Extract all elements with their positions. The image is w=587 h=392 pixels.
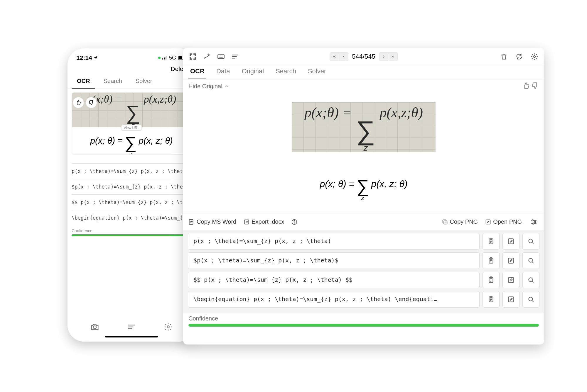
- search-button[interactable]: [522, 272, 539, 288]
- tab-solver[interactable]: Solver: [130, 75, 158, 89]
- list-item[interactable]: p(x ; \theta)=\sum_{z} p(x, z ; \theta): [72, 163, 191, 179]
- keyboard-button[interactable]: [216, 52, 226, 62]
- copy-button[interactable]: [483, 272, 500, 288]
- confidence: Confidence: [72, 228, 191, 236]
- clipboard-icon: [487, 276, 495, 284]
- svg-rect-23: [508, 277, 513, 282]
- trash-icon: [500, 53, 508, 60]
- phone-tabs: OCR Search Solver: [68, 75, 195, 89]
- tab-data[interactable]: Data: [215, 67, 232, 79]
- copy-button[interactable]: [483, 291, 500, 308]
- settings-button[interactable]: [164, 323, 173, 332]
- tab-ocr[interactable]: OCR: [188, 67, 206, 79]
- hide-original-toggle[interactable]: Hide Original: [188, 83, 230, 90]
- rendered-equation[interactable]: p(x; θ) = ∑z p(x, z; θ): [320, 167, 407, 201]
- edit-icon: [507, 276, 515, 284]
- svg-point-12: [533, 223, 534, 224]
- trash-button[interactable]: [499, 52, 509, 62]
- menu-lines-icon: [127, 323, 136, 331]
- original-image[interactable]: p(x;θ) = ∑z p(x,z;θ): [292, 102, 436, 152]
- chevron-right-icon: [382, 55, 386, 59]
- svg-point-11: [534, 221, 536, 222]
- svg-point-24: [529, 278, 532, 281]
- refresh-icon: [515, 53, 523, 60]
- search-icon: [527, 276, 535, 284]
- edit-button[interactable]: [502, 272, 519, 288]
- phone-frame: 12:14 5G Delete OCR Search Solver p(x;θ)…: [68, 48, 195, 342]
- refresh-button[interactable]: [514, 52, 524, 62]
- list-item[interactable]: $p(x ; \theta)=\sum_{z} p(x, z ; \theta)…: [72, 179, 191, 194]
- edit-button[interactable]: [502, 252, 519, 269]
- keyboard-icon: [217, 53, 225, 60]
- confidence: Confidence: [183, 313, 544, 328]
- tab-original[interactable]: Original: [240, 67, 266, 79]
- svg-point-3: [534, 55, 536, 57]
- help-button[interactable]: [291, 219, 298, 225]
- copy-png-button[interactable]: Copy PNG: [442, 217, 478, 227]
- clipboard-icon: [487, 296, 495, 303]
- thumbs-up-icon: [522, 82, 530, 89]
- camera-button[interactable]: [90, 323, 99, 332]
- confidence-fill: [188, 324, 539, 327]
- history-button[interactable]: [127, 323, 136, 332]
- export-icon: [243, 219, 250, 225]
- copy-button[interactable]: [483, 233, 500, 250]
- edit-button[interactable]: [502, 233, 519, 250]
- thumbs-up-button[interactable]: [73, 97, 84, 108]
- search-button[interactable]: [522, 233, 539, 250]
- latex-cell[interactable]: $$ p(x ; \theta)=\sum_{z} p(x, z ; \thet…: [188, 272, 480, 288]
- table-row: $p(x ; \theta)=\sum_{z} p(x, z ; \theta)…: [188, 252, 539, 269]
- next-page-button[interactable]: [379, 52, 388, 61]
- list-item[interactable]: \begin{equation} p(x ; \theta)=\sum_{z} …: [72, 210, 191, 225]
- tab-solver[interactable]: Solver: [306, 67, 328, 79]
- thumbs-down-button[interactable]: [531, 82, 539, 91]
- svg-point-16: [529, 239, 532, 243]
- home-indicator[interactable]: [105, 336, 158, 337]
- copy-button[interactable]: [483, 252, 500, 269]
- svg-rect-7: [444, 221, 447, 224]
- chevron-up-icon: [224, 84, 230, 89]
- pager: 544/545: [330, 52, 398, 61]
- svg-rect-27: [508, 297, 513, 302]
- tab-search[interactable]: Search: [98, 75, 127, 89]
- last-page-button[interactable]: [388, 52, 398, 61]
- lines-button[interactable]: [230, 52, 240, 62]
- thumbs-down-icon: [531, 82, 539, 89]
- crop-button[interactable]: [188, 52, 198, 62]
- latex-cell[interactable]: $p(x ; \theta)=\sum_{z} p(x, z ; \theta)…: [188, 252, 480, 269]
- tab-ocr[interactable]: OCR: [72, 75, 95, 89]
- open-png-button[interactable]: Open PNG: [485, 217, 522, 227]
- prev-page-button[interactable]: [339, 52, 348, 61]
- thumbs-up-icon: [75, 100, 81, 106]
- settings-button[interactable]: [529, 52, 539, 62]
- copy-msword-button[interactable]: Copy MS Word: [188, 218, 236, 225]
- draw-button[interactable]: [202, 52, 212, 62]
- svg-point-10: [532, 220, 533, 221]
- eq-rhs: p(x, z; θ): [371, 179, 408, 189]
- handwritten-equation: p(x;θ) = ∑z p(x,z;θ): [87, 92, 176, 129]
- edit-button[interactable]: [502, 291, 519, 308]
- search-button[interactable]: [522, 252, 539, 269]
- top-toolbar: 544/545: [183, 48, 544, 65]
- menu-lines-icon: [231, 53, 239, 60]
- word-icon: [188, 219, 195, 225]
- thumbs-down-button[interactable]: [86, 97, 97, 108]
- svg-rect-15: [508, 239, 513, 244]
- search-button[interactable]: [522, 291, 539, 308]
- list-item[interactable]: $$ p(x ; \theta)=\sum_{z} p(x, z ; \thet…: [72, 194, 191, 210]
- export-docx-button[interactable]: Export .docx: [243, 218, 284, 225]
- thumbs-up-button[interactable]: [522, 82, 530, 91]
- view-url-button[interactable]: View URL: [121, 125, 142, 131]
- tab-search[interactable]: Search: [274, 67, 298, 79]
- latex-cell[interactable]: \begin{equation} p(x ; \theta)=\sum_{z} …: [188, 291, 480, 308]
- search-icon: [527, 257, 535, 264]
- svg-point-1: [167, 326, 170, 328]
- confidence-label: Confidence: [72, 228, 191, 233]
- svg-rect-8: [443, 220, 446, 223]
- confidence-label: Confidence: [188, 315, 539, 322]
- sliders-button[interactable]: [529, 217, 539, 227]
- rendered-equation[interactable]: View URL p(x; θ) = ∑z p(x, z; θ): [72, 127, 191, 154]
- first-page-button[interactable]: [330, 52, 339, 61]
- table-row: \begin{equation} p(x ; \theta)=\sum_{z} …: [188, 291, 539, 308]
- latex-cell[interactable]: p(x ; \theta)=\sum_{z} p(x, z ; \theta): [188, 233, 480, 250]
